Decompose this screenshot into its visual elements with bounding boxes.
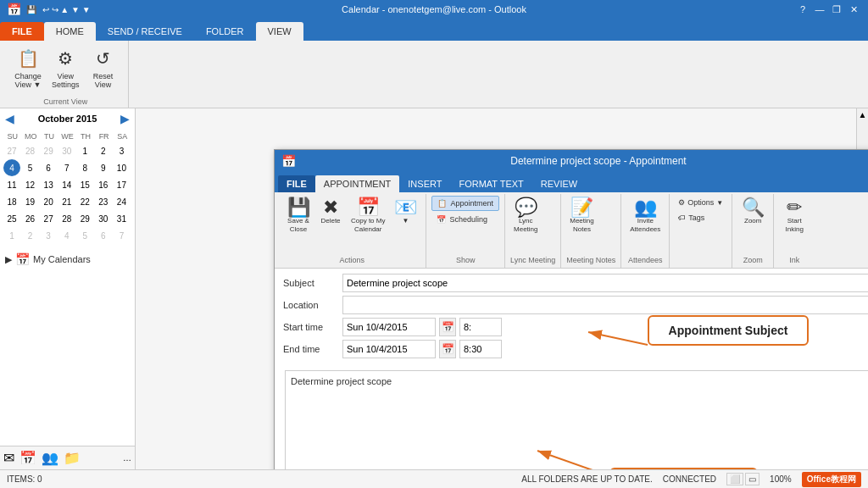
- tab-view[interactable]: VIEW: [256, 22, 303, 41]
- reset-view-button[interactable]: ↺ ResetView: [86, 42, 121, 92]
- redo-icon[interactable]: ↪: [52, 5, 58, 14]
- cal-day[interactable]: 27: [3, 142, 20, 159]
- cal-day[interactable]: 24: [113, 193, 130, 210]
- tab-folder[interactable]: FOLDER: [194, 22, 256, 41]
- view-buttons: ⬜ ▭: [726, 473, 760, 485]
- cal-day[interactable]: 23: [95, 193, 112, 210]
- restore-button[interactable]: ❐: [829, 4, 844, 15]
- appt-tab-insert[interactable]: INSERT: [399, 175, 450, 192]
- tab-file[interactable]: FILE: [0, 22, 44, 41]
- cal-day[interactable]: 5: [22, 159, 39, 176]
- change-view-button[interactable]: 📋 ChangeView ▼: [10, 42, 46, 92]
- cal-day-today[interactable]: 4: [3, 159, 20, 176]
- minimize-button[interactable]: —: [812, 4, 827, 15]
- more-nav-icon[interactable]: …: [123, 453, 131, 463]
- cal-day[interactable]: 4: [58, 227, 75, 244]
- appointment-view-button[interactable]: 📋 Appointment: [431, 196, 499, 211]
- delete-button[interactable]: ✖ Delete: [315, 196, 346, 227]
- cal-day[interactable]: 25: [3, 210, 20, 227]
- people-nav-icon[interactable]: 👥: [42, 450, 58, 466]
- end-cal-icon[interactable]: 📅: [439, 340, 456, 358]
- prev-month-button[interactable]: ◀: [5, 112, 14, 125]
- invite-attendees-button[interactable]: 👥 InviteAttendees: [626, 196, 664, 236]
- cal-day[interactable]: 11: [3, 176, 20, 193]
- appt-tab-appointment[interactable]: APPOINTMENT: [315, 175, 399, 192]
- down-icon[interactable]: ▼: [71, 5, 80, 14]
- next-month-button[interactable]: ▶: [120, 112, 130, 125]
- cal-day[interactable]: 17: [113, 176, 130, 193]
- start-time-input[interactable]: [459, 318, 502, 336]
- undo-icon[interactable]: ↩: [42, 5, 49, 14]
- appt-tab-file[interactable]: FILE: [278, 175, 315, 192]
- cal-day[interactable]: 30: [95, 210, 112, 227]
- appt-tab-format-text[interactable]: FORMAT TEXT: [450, 175, 531, 192]
- help-icon[interactable]: ?: [795, 4, 810, 15]
- ribbon-group-meeting-notes: 📝 MeetingNotes Meeting Notes: [561, 194, 621, 268]
- reading-view-button[interactable]: ▭: [745, 473, 760, 485]
- copy-to-calendar-button[interactable]: 📅 Copy to MyCalendar: [348, 196, 388, 236]
- cal-day[interactable]: 9: [95, 159, 112, 176]
- cal-day[interactable]: 7: [113, 227, 130, 244]
- up-icon[interactable]: ▲: [60, 5, 69, 14]
- close-button[interactable]: ✕: [846, 4, 861, 15]
- cal-day[interactable]: 3: [40, 227, 57, 244]
- location-input[interactable]: [342, 296, 868, 314]
- cal-day[interactable]: 2: [95, 142, 112, 159]
- tasks-nav-icon[interactable]: 📁: [64, 450, 81, 466]
- cal-day[interactable]: 16: [95, 176, 112, 193]
- mail-nav-icon[interactable]: ✉: [3, 450, 14, 466]
- cal-day[interactable]: 30: [58, 142, 75, 159]
- cal-day[interactable]: 5: [76, 227, 93, 244]
- tab-home[interactable]: HOME: [44, 22, 96, 41]
- appt-tab-review[interactable]: REVIEW: [532, 175, 586, 192]
- cal-day[interactable]: 19: [22, 193, 39, 210]
- meeting-notes-button[interactable]: 📝 MeetingNotes: [566, 196, 597, 236]
- zoom-button[interactable]: 🔍 Zoom: [737, 196, 768, 227]
- tags-button[interactable]: 🏷 Tags: [675, 211, 726, 225]
- cal-day[interactable]: 3: [113, 142, 130, 159]
- start-inking-button[interactable]: ✏ StartInking: [779, 196, 810, 236]
- cal-day[interactable]: 26: [22, 210, 39, 227]
- cal-day[interactable]: 21: [58, 193, 75, 210]
- scroll-up-icon[interactable]: ▲: [859, 110, 867, 119]
- cal-day[interactable]: 29: [40, 142, 57, 159]
- cal-day[interactable]: 29: [76, 210, 93, 227]
- end-time-input[interactable]: [459, 340, 502, 358]
- cal-day[interactable]: 28: [22, 142, 39, 159]
- lync-meeting-button[interactable]: 💬 LyncMeeting: [510, 196, 541, 236]
- calendar-nav-icon[interactable]: 📅: [19, 450, 36, 466]
- cal-day[interactable]: 28: [58, 210, 75, 227]
- start-cal-icon[interactable]: 📅: [439, 318, 456, 336]
- appt-body-area[interactable]: Determine project scope: [285, 370, 868, 469]
- cal-day[interactable]: 12: [22, 176, 39, 193]
- normal-view-button[interactable]: ⬜: [726, 473, 743, 485]
- cal-day[interactable]: 15: [76, 176, 93, 193]
- customize-icon[interactable]: ▼: [82, 5, 91, 14]
- tab-send-receive[interactable]: SEND / RECEIVE: [96, 22, 194, 41]
- forward-button[interactable]: 📧 ▼: [390, 196, 420, 227]
- cal-day[interactable]: 18: [3, 193, 20, 210]
- cal-day[interactable]: 6: [95, 227, 112, 244]
- scheduling-view-button[interactable]: 📅 Scheduling: [431, 213, 499, 226]
- cal-day[interactable]: 27: [40, 210, 57, 227]
- end-date-input[interactable]: [342, 340, 436, 358]
- cal-day[interactable]: 31: [113, 210, 130, 227]
- cal-day[interactable]: 7: [58, 159, 75, 176]
- cal-day[interactable]: 20: [40, 193, 57, 210]
- cal-day[interactable]: 10: [113, 159, 130, 176]
- cal-day[interactable]: 13: [40, 176, 57, 193]
- cal-day[interactable]: 8: [76, 159, 93, 176]
- cal-day[interactable]: 2: [22, 227, 39, 244]
- view-settings-button[interactable]: ⚙ ViewSettings: [47, 42, 84, 92]
- save-close-button[interactable]: 💾 Save &Close: [283, 196, 314, 236]
- cal-day[interactable]: 1: [3, 227, 20, 244]
- cal-day[interactable]: 22: [76, 193, 93, 210]
- my-calendars-toggle[interactable]: ▶ 📅 My Calendars: [5, 252, 130, 266]
- cal-day[interactable]: 1: [76, 142, 93, 159]
- start-date-input[interactable]: [342, 318, 436, 336]
- options-button[interactable]: ⚙ Options ▼: [675, 196, 726, 209]
- cal-day[interactable]: 14: [58, 176, 75, 193]
- subject-input[interactable]: [342, 274, 868, 292]
- cal-day[interactable]: 6: [40, 159, 57, 176]
- save-icon[interactable]: 💾: [26, 5, 36, 14]
